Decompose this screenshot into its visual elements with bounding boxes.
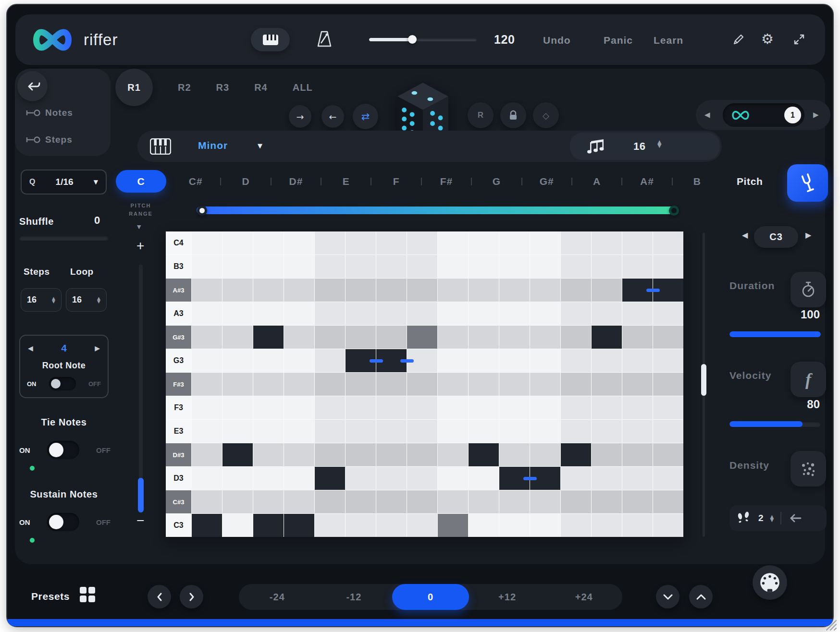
grid-cell-C#3-12[interactable] bbox=[530, 490, 560, 513]
pitch-range-track[interactable] bbox=[139, 265, 143, 513]
grid-cell-A#3-14[interactable] bbox=[592, 279, 622, 302]
shift-left-button[interactable]: ← bbox=[321, 105, 344, 128]
grid-scrollbar-handle[interactable] bbox=[701, 364, 706, 396]
grid-cell-A#3-8[interactable] bbox=[407, 279, 437, 302]
grid-cell-F#3-7[interactable] bbox=[376, 373, 407, 396]
grid-cell-D3-3[interactable] bbox=[253, 467, 284, 490]
grid-cell-F#3-3[interactable] bbox=[253, 373, 284, 396]
grid-cell-D#3-15[interactable] bbox=[622, 443, 653, 466]
grid-cell-B3-1[interactable] bbox=[192, 255, 222, 278]
grid-cell-A#3-12[interactable] bbox=[530, 279, 560, 302]
grid-cell-A3-16[interactable] bbox=[653, 302, 683, 325]
pitch-range-caret-icon[interactable]: ▼ bbox=[137, 224, 141, 230]
grid-cell-A#3-3[interactable] bbox=[253, 279, 284, 302]
grid-cell-E3-1[interactable] bbox=[192, 420, 222, 443]
grid-cell-B3-16[interactable] bbox=[653, 255, 683, 278]
grid-cell-A#3-1[interactable] bbox=[192, 279, 222, 302]
pitch-range-high-handle[interactable] bbox=[669, 206, 679, 216]
grid-cell-F3-7[interactable] bbox=[376, 396, 407, 419]
grid-cell-F3-5[interactable] bbox=[315, 396, 345, 419]
grid-cell-C3-6[interactable] bbox=[346, 514, 376, 537]
lock-button[interactable] bbox=[500, 102, 526, 128]
grid-cell-F#3-1[interactable] bbox=[192, 373, 222, 396]
pitch-range-low-handle[interactable] bbox=[197, 206, 207, 216]
grid-cell-F3-4[interactable] bbox=[284, 396, 314, 419]
grid-cell-D3-16[interactable] bbox=[653, 467, 683, 490]
octave-down-button[interactable] bbox=[656, 585, 679, 608]
grid-cell-G#3-7[interactable] bbox=[376, 326, 407, 349]
octave-option-0[interactable]: 0 bbox=[392, 584, 469, 610]
grid-cell-F3-10[interactable] bbox=[469, 396, 499, 419]
grid-cell-G3-9[interactable] bbox=[438, 349, 468, 372]
grid-cell-D3-10[interactable] bbox=[469, 467, 499, 490]
steps-stepper-arrows[interactable]: ▲▼ bbox=[52, 297, 55, 304]
riff-length-stepper[interactable]: ▲▼ bbox=[657, 140, 661, 148]
grid-cell-G#3-10[interactable] bbox=[469, 326, 499, 349]
note-option-F[interactable]: F bbox=[371, 176, 420, 187]
grid-cell-A#3-2[interactable] bbox=[222, 279, 253, 302]
grid-cell-D3-2[interactable] bbox=[222, 467, 253, 490]
grid-cell-G3-10[interactable] bbox=[469, 349, 499, 372]
grid-cell-C3-7[interactable] bbox=[376, 514, 407, 537]
grid-cell-C3-1[interactable] bbox=[192, 514, 222, 537]
grid-cell-A3-12[interactable] bbox=[530, 302, 560, 325]
grid-cell-A3-8[interactable] bbox=[407, 302, 437, 325]
grid-cell-D#3-6[interactable] bbox=[346, 443, 376, 466]
grid-cell-E3-10[interactable] bbox=[469, 420, 499, 443]
grid-cell-C4-3[interactable] bbox=[253, 231, 284, 255]
scale-caret-icon[interactable]: ▼ bbox=[258, 142, 262, 149]
grid-cell-C#3-13[interactable] bbox=[561, 490, 591, 513]
grid-cell-G#3-5[interactable] bbox=[315, 326, 345, 349]
grid-cell-A3-14[interactable] bbox=[592, 302, 622, 325]
reset-r-button[interactable]: R bbox=[468, 102, 494, 128]
note-option-C-selected[interactable]: C bbox=[116, 170, 166, 193]
edit-pencil-icon[interactable] bbox=[732, 33, 745, 46]
grid-cell-G#3-8[interactable] bbox=[407, 326, 437, 349]
preset-next-button[interactable] bbox=[180, 585, 203, 608]
grid-cell-G#3-6[interactable] bbox=[346, 326, 376, 349]
note-option-G[interactable]: G bbox=[472, 176, 521, 187]
grid-cell-F3-2[interactable] bbox=[222, 396, 253, 419]
grid-cell-G3-16[interactable] bbox=[653, 349, 683, 372]
grid-cell-F3-11[interactable] bbox=[499, 396, 530, 419]
grid-cell-D#3-14[interactable] bbox=[592, 443, 622, 466]
loop-stepper-arrows[interactable]: ▲▼ bbox=[97, 297, 100, 304]
grid-cell-G#3-1[interactable] bbox=[192, 326, 222, 349]
grid-cell-D#3-11[interactable] bbox=[499, 443, 530, 466]
grid-cell-G#3-14[interactable] bbox=[592, 326, 622, 349]
grid-cell-D#3-10[interactable] bbox=[469, 443, 499, 466]
grid-cell-C4-14[interactable] bbox=[592, 231, 622, 255]
grid-cell-C4-12[interactable] bbox=[530, 231, 560, 255]
grid-cell-C#3-8[interactable] bbox=[407, 490, 437, 513]
grid-cell-G3-5[interactable] bbox=[315, 349, 345, 372]
grid-cell-A3-6[interactable] bbox=[346, 302, 376, 325]
learn-button[interactable]: Learn bbox=[654, 35, 683, 46]
grid-cell-F#3-14[interactable] bbox=[592, 373, 622, 396]
note-option-D#[interactable]: D# bbox=[272, 176, 321, 187]
note-duration-tick-G3[interactable] bbox=[370, 359, 383, 363]
grid-cell-C#3-9[interactable] bbox=[438, 490, 468, 513]
grid-cell-G#3-15[interactable] bbox=[622, 326, 653, 349]
loop-next-icon[interactable]: ▶ bbox=[813, 110, 819, 119]
grid-cell-G#3-3[interactable] bbox=[253, 326, 284, 349]
tie-notes-toggle[interactable] bbox=[47, 441, 79, 459]
eraser-button[interactable]: ◇ bbox=[533, 102, 559, 128]
undo-button[interactable]: Undo bbox=[543, 35, 571, 46]
grid-cell-C3-3[interactable] bbox=[253, 514, 284, 537]
grid-cell-D#3-2[interactable] bbox=[222, 443, 253, 466]
grid-cell-A3-10[interactable] bbox=[469, 302, 499, 325]
octave-option--12[interactable]: -12 bbox=[316, 584, 393, 610]
grid-cell-G3-3[interactable] bbox=[253, 349, 284, 372]
grid-cell-D3-1[interactable] bbox=[192, 467, 222, 490]
shift-right-button[interactable]: → bbox=[289, 105, 311, 128]
steps-stepper[interactable]: 16 ▲▼ bbox=[21, 288, 62, 312]
grid-cell-B3-9[interactable] bbox=[438, 255, 468, 278]
grid-cell-A3-15[interactable] bbox=[622, 302, 653, 325]
grid-cell-E3-14[interactable] bbox=[592, 420, 622, 443]
panic-button[interactable]: Panic bbox=[604, 35, 633, 46]
grid-cell-D#3-8[interactable] bbox=[407, 443, 437, 466]
scale-select[interactable]: Minor bbox=[198, 140, 228, 151]
grid-cell-B3-14[interactable] bbox=[592, 255, 622, 278]
grid-cell-C3-13[interactable] bbox=[561, 514, 591, 537]
grid-cell-F3-9[interactable] bbox=[438, 396, 468, 419]
